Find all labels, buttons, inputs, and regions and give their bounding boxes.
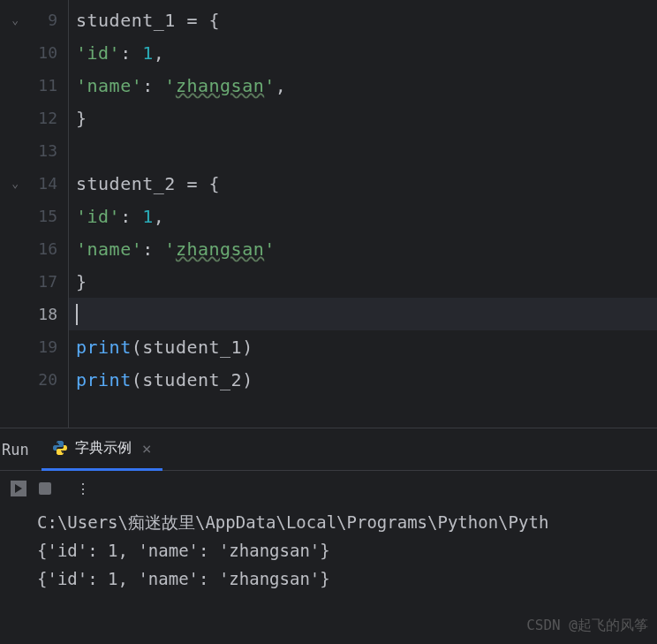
- line-number[interactable]: 20: [0, 363, 68, 396]
- line-number[interactable]: 10: [0, 36, 68, 69]
- run-panel: Run 字典示例 × ⋮ C:\Users\痴迷故里\AppData\Local…: [0, 428, 657, 593]
- line-number[interactable]: 16: [0, 232, 68, 265]
- code-line[interactable]: 'id': 1,: [76, 36, 657, 69]
- line-number[interactable]: ⌄9: [0, 4, 68, 36]
- tab-name: 字典示例: [75, 439, 132, 458]
- code-line[interactable]: 'id': 1,: [76, 200, 657, 232]
- run-label[interactable]: Run: [0, 441, 42, 458]
- watermark: CSDN @起飞的风筝: [526, 617, 648, 635]
- code-area[interactable]: student_1 = { 'id': 1, 'name': 'zhangsan…: [69, 0, 657, 428]
- console-line: {'id': 1, 'name': 'zhangsan'}: [37, 536, 657, 564]
- line-number[interactable]: 11: [0, 69, 68, 102]
- code-line[interactable]: print(student_1): [76, 330, 657, 363]
- more-icon[interactable]: ⋮: [64, 481, 92, 497]
- line-number[interactable]: 19: [0, 330, 68, 363]
- line-number[interactable]: 15: [0, 200, 68, 232]
- line-number[interactable]: 18: [0, 298, 68, 330]
- tool-row: ⋮: [0, 471, 657, 506]
- code-line[interactable]: student_1 = {: [76, 4, 657, 36]
- code-line[interactable]: }: [76, 102, 657, 134]
- stop-button[interactable]: [39, 482, 51, 495]
- fold-icon[interactable]: ⌄: [11, 177, 19, 190]
- line-number[interactable]: 12: [0, 102, 68, 134]
- code-line[interactable]: print(student_2): [76, 363, 657, 396]
- console-output[interactable]: C:\Users\痴迷故里\AppData\Local\Programs\Pyt…: [0, 506, 657, 593]
- tab-run-config[interactable]: 字典示例 ×: [42, 428, 162, 471]
- close-icon[interactable]: ×: [142, 439, 152, 458]
- line-number[interactable]: 13: [0, 134, 68, 167]
- code-line[interactable]: [76, 134, 657, 167]
- panel-header: Run 字典示例 ×: [0, 428, 657, 471]
- code-editor: ⌄9 10 11 12 13 ⌄14 15 16 17 18 19 20 stu…: [0, 0, 657, 428]
- fold-icon[interactable]: ⌄: [11, 13, 19, 27]
- python-icon: [52, 440, 68, 456]
- line-number[interactable]: 17: [0, 265, 68, 298]
- code-line[interactable]: [69, 298, 657, 330]
- cursor: [76, 304, 78, 325]
- line-gutter: ⌄9 10 11 12 13 ⌄14 15 16 17 18 19 20: [0, 0, 69, 428]
- console-line: {'id': 1, 'name': 'zhangsan'}: [37, 564, 657, 593]
- code-line[interactable]: 'name': 'zhangsan',: [76, 69, 657, 102]
- code-line[interactable]: }: [76, 265, 657, 298]
- console-line: C:\Users\痴迷故里\AppData\Local\Programs\Pyt…: [37, 508, 657, 536]
- rerun-button[interactable]: [11, 481, 26, 496]
- code-line[interactable]: student_2 = {: [76, 167, 657, 200]
- code-line[interactable]: 'name': 'zhangsan': [76, 232, 657, 265]
- line-number[interactable]: ⌄14: [0, 167, 68, 200]
